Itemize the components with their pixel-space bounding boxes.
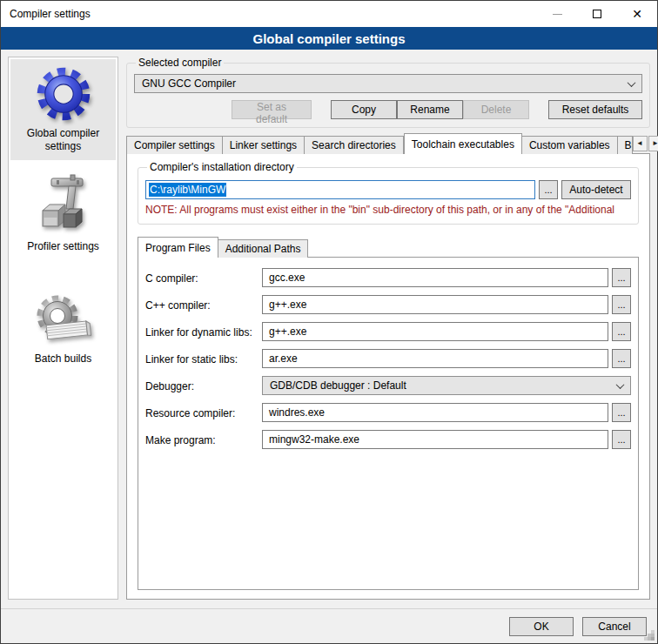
sidebar-item-batch-builds[interactable]: Batch builds (10, 288, 116, 372)
copy-button[interactable]: Copy (331, 100, 397, 119)
caliper-blocks-icon (36, 174, 91, 237)
subtab-program-files[interactable]: Program Files (138, 237, 218, 258)
field-value: mingw32-make.exe (269, 433, 359, 446)
tab-linker-settings[interactable]: Linker settings (223, 136, 305, 154)
delete-button: Delete (463, 100, 529, 119)
tab-scroll-right-button[interactable]: ► (648, 136, 658, 151)
auto-detect-button[interactable]: Auto-detect (561, 180, 631, 199)
minimize-button (537, 1, 577, 27)
field-label: Make program: (145, 433, 262, 446)
debugger-dropdown[interactable]: GDB/CDB debugger : Default (262, 376, 631, 395)
c-compiler-input[interactable]: gcc.exe (262, 268, 608, 287)
blue-gear-icon (34, 64, 93, 124)
subtab-additional-paths[interactable]: Additional Paths (218, 239, 309, 258)
browse-cpp-compiler-button[interactable]: ... (612, 295, 631, 314)
window-controls: ✕ (537, 1, 657, 27)
field-label: C compiler: (145, 272, 262, 285)
browse-static-linker-button[interactable]: ... (612, 349, 631, 368)
sidebar-item-label: Batch builds (35, 352, 91, 366)
installation-directory-input[interactable]: C:\raylib\MinGW (145, 180, 535, 199)
gray-gear-stack-icon (35, 293, 92, 349)
program-files-page: C compiler: gcc.exe ... C++ compiler: g+… (138, 257, 639, 590)
installation-directory-group-label: Compiler's installation directory (147, 161, 297, 173)
cancel-button[interactable]: Cancel (582, 617, 647, 636)
form-row-static-linker: Linker for static libs: ar.exe ... (145, 349, 631, 368)
settings-category-sidebar: Global compiler settings (8, 57, 118, 600)
field-label: Linker for dynamic libs: (145, 325, 262, 339)
installation-directory-note: NOTE: All programs must exist either in … (145, 204, 631, 216)
form-row-c-compiler: C compiler: gcc.exe ... (145, 268, 631, 287)
form-row-debugger: Debugger: GDB/CDB debugger : Default (145, 376, 631, 395)
tab-build-options[interactable]: Build options (618, 136, 633, 154)
maximize-button[interactable] (577, 1, 617, 27)
sidebar-item-profiler-settings[interactable]: Profiler settings (10, 169, 116, 260)
dialog-header-title: Global compiler settings (1, 27, 657, 50)
browse-dynamic-linker-button[interactable]: ... (612, 322, 631, 341)
resize-grip[interactable] (651, 637, 655, 641)
chevron-down-icon (616, 380, 625, 389)
debugger-value: GDB/CDB debugger : Default (270, 379, 617, 392)
selected-compiler-dropdown[interactable]: GNU GCC Compiler (134, 74, 642, 93)
tab-search-directories[interactable]: Search directories (305, 136, 404, 154)
cpp-compiler-input[interactable]: g++.exe (262, 295, 608, 314)
browse-resource-compiler-button[interactable]: ... (612, 403, 631, 422)
tab-custom-variables[interactable]: Custom variables (522, 136, 618, 154)
maximize-icon (593, 10, 601, 18)
field-label: C++ compiler: (145, 299, 262, 312)
field-label: Debugger: (145, 379, 262, 392)
ok-button[interactable]: OK (509, 617, 574, 636)
tab-compiler-settings[interactable]: Compiler settings (126, 136, 223, 154)
field-value: gcc.exe (269, 272, 305, 284)
field-value: g++.exe (269, 325, 306, 338)
close-icon: ✕ (632, 7, 642, 21)
sidebar-item-label: Profiler settings (27, 240, 99, 253)
selected-compiler-group: Selected compiler GNU GCC Compiler Set a… (126, 57, 650, 128)
sidebar-item-label: Global compiler settings (14, 127, 112, 153)
sidebar-item-global-compiler-settings[interactable]: Global compiler settings (10, 59, 116, 160)
static-linker-input[interactable]: ar.exe (262, 349, 608, 368)
make-program-input[interactable]: mingw32-make.exe (262, 430, 608, 449)
field-label: Resource compiler: (145, 406, 262, 419)
rename-button[interactable]: Rename (397, 100, 463, 119)
form-row-resource-compiler: Resource compiler: windres.exe ... (145, 403, 631, 422)
selected-compiler-group-label: Selected compiler (136, 57, 224, 69)
tab-scroll-buttons: ◄ ► (633, 136, 658, 151)
form-row-dynamic-linker: Linker for dynamic libs: g++.exe ... (145, 322, 631, 341)
set-as-default-button: Set as default (232, 100, 312, 119)
minimize-icon (553, 14, 562, 15)
reset-defaults-button[interactable]: Reset defaults (548, 100, 642, 119)
field-value: g++.exe (269, 299, 306, 311)
form-row-cpp-compiler: C++ compiler: g++.exe ... (145, 295, 631, 314)
installation-directory-group: Compiler's installation directory C:\ray… (138, 161, 639, 225)
titlebar: Compiler settings ✕ (1, 1, 657, 27)
compiler-tabbar: Compiler settings Linker settings Search… (126, 133, 650, 153)
resource-compiler-input[interactable]: windres.exe (262, 403, 608, 422)
toolchain-executables-page: Compiler's installation directory C:\ray… (126, 153, 650, 600)
tab-scroll-left-button[interactable]: ◄ (633, 136, 648, 151)
form-row-make-program: Make program: mingw32-make.exe ... (145, 430, 631, 449)
installation-directory-value: C:\raylib\MinGW (149, 183, 226, 197)
dialog-footer: OK Cancel (1, 608, 657, 643)
field-value: ar.exe (269, 352, 298, 365)
toolchain-subtabs: Program Files Additional Paths (138, 237, 639, 257)
field-label: Linker for static libs: (145, 352, 262, 366)
field-value: windres.exe (269, 406, 325, 419)
browse-c-compiler-button[interactable]: ... (612, 268, 631, 287)
compiler-settings-dialog: Compiler settings ✕ Global compiler sett… (0, 0, 658, 644)
window-title: Compiler settings (1, 8, 537, 20)
chevron-down-icon (628, 78, 636, 87)
selected-compiler-value: GNU GCC Compiler (142, 77, 628, 90)
browse-directory-button[interactable]: ... (539, 180, 558, 199)
browse-make-program-button[interactable]: ... (612, 430, 631, 449)
dynamic-linker-input[interactable]: g++.exe (262, 322, 608, 341)
close-button[interactable]: ✕ (617, 1, 657, 27)
tab-toolchain-executables[interactable]: Toolchain executables (404, 133, 522, 154)
